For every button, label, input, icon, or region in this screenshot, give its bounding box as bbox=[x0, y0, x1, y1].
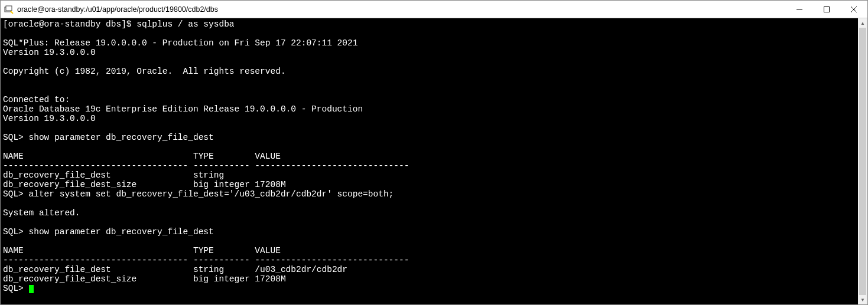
app-icon bbox=[4, 5, 14, 14]
terminal-window: oracle@ora-standby:/u01/app/oracle/produ… bbox=[0, 0, 868, 305]
scroll-up-arrow[interactable]: ▲ bbox=[858, 18, 867, 28]
svg-rect-1 bbox=[6, 6, 12, 11]
svg-rect-4 bbox=[824, 6, 830, 12]
terminal-output[interactable]: [oracle@ora-standby dbs]$ sqlplus / as s… bbox=[1, 18, 858, 304]
scrollbar-track[interactable] bbox=[858, 28, 867, 295]
titlebar: oracle@ora-standby:/u01/app/oracle/produ… bbox=[1, 1, 867, 18]
vertical-scrollbar[interactable]: ▲ ▼ bbox=[858, 18, 867, 304]
window-title: oracle@ora-standby:/u01/app/oracle/produ… bbox=[17, 5, 786, 14]
scrollbar-thumb[interactable] bbox=[859, 28, 866, 295]
maximize-button[interactable] bbox=[813, 1, 840, 18]
close-button[interactable] bbox=[840, 1, 867, 18]
window-controls bbox=[786, 1, 867, 18]
scroll-down-arrow[interactable]: ▼ bbox=[858, 295, 867, 304]
svg-line-2 bbox=[11, 11, 13, 14]
terminal-cursor bbox=[29, 285, 34, 293]
minimize-button[interactable] bbox=[786, 1, 813, 18]
terminal-area: [oracle@ora-standby dbs]$ sqlplus / as s… bbox=[1, 18, 867, 304]
